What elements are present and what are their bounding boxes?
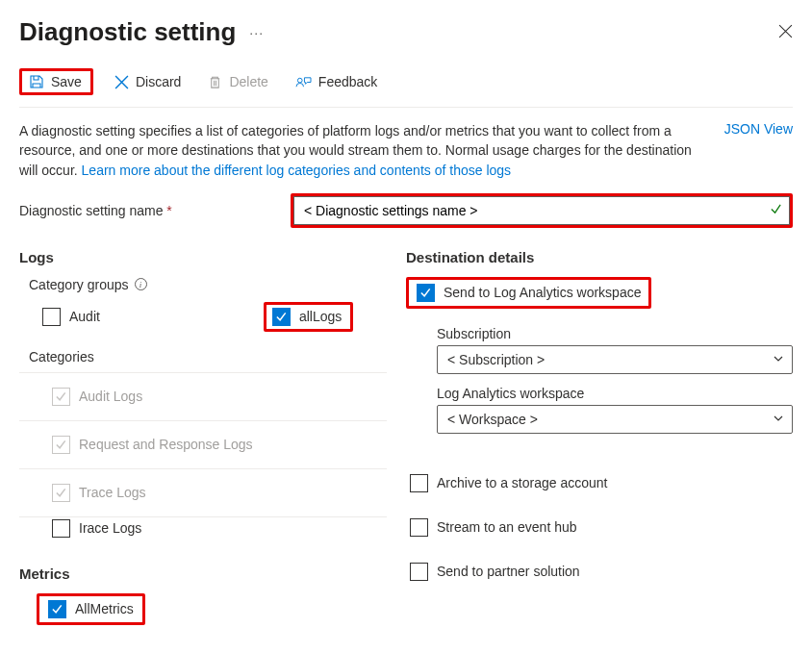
- category-groups-label: Category groups i: [29, 277, 387, 292]
- chevron-down-icon: [773, 352, 784, 367]
- all-logs-label: allLogs: [299, 309, 342, 324]
- subscription-select[interactable]: < Subscription >: [437, 345, 793, 374]
- categories-label: Categories: [29, 349, 387, 364]
- discard-icon: [114, 75, 129, 89]
- chevron-down-icon: [773, 412, 784, 427]
- close-icon[interactable]: [778, 24, 793, 41]
- partner-solution-label: Send to partner solution: [437, 564, 580, 579]
- more-icon[interactable]: ···: [249, 25, 264, 40]
- discard-label: Discard: [136, 74, 181, 89]
- workspace-label: Log Analytics workspace: [437, 386, 793, 401]
- delete-icon: [208, 75, 222, 89]
- subscription-label: Subscription: [437, 326, 793, 341]
- stream-eventhub-label: Stream to an event hub: [437, 519, 577, 535]
- setting-name-input[interactable]: [293, 196, 790, 225]
- audit-logs-label: Audit Logs: [79, 389, 142, 404]
- save-icon: [29, 74, 44, 89]
- save-label: Save: [51, 74, 82, 89]
- audit-logs-checkbox: Audit Logs: [52, 388, 142, 406]
- info-icon[interactable]: i: [135, 278, 147, 290]
- audit-label: Audit: [69, 309, 100, 324]
- workspace-value: < Workspace >: [447, 412, 538, 427]
- stream-eventhub-checkbox[interactable]: Stream to an event hub: [410, 518, 577, 537]
- feedback-button[interactable]: Feedback: [290, 70, 383, 93]
- send-law-label: Send to Log Analytics workspace: [444, 285, 641, 300]
- trace-logs-checkbox: Trace Logs: [52, 484, 146, 502]
- feedback-icon: [295, 75, 312, 89]
- delete-button: Delete: [202, 70, 273, 93]
- all-logs-checkbox[interactable]: allLogs: [272, 308, 342, 326]
- learn-more-link[interactable]: Learn more about the different log categ…: [82, 163, 511, 178]
- trace-logs-2-label: Irace Logs: [79, 520, 141, 536]
- logs-heading: Logs: [19, 249, 387, 265]
- trace-logs-label: Trace Logs: [79, 485, 146, 500]
- partner-solution-checkbox[interactable]: Send to partner solution: [410, 563, 580, 581]
- page-title: Diagnostic setting: [19, 17, 236, 47]
- archive-storage-label: Archive to a storage account: [437, 475, 607, 490]
- description-text: A diagnostic setting specifies a list of…: [19, 121, 693, 180]
- subscription-value: < Subscription >: [447, 352, 545, 367]
- request-response-checkbox: Request and Response Logs: [52, 436, 253, 454]
- send-law-checkbox[interactable]: Send to Log Analytics workspace: [417, 284, 641, 302]
- valid-check-icon: [770, 203, 782, 218]
- metrics-heading: Metrics: [19, 565, 387, 582]
- all-metrics-checkbox[interactable]: AllMetrics: [48, 600, 134, 618]
- audit-checkbox[interactable]: Audit: [42, 308, 100, 326]
- json-view-link[interactable]: JSON View: [724, 121, 793, 137]
- setting-name-wrap: [291, 193, 793, 228]
- delete-label: Delete: [229, 74, 267, 89]
- save-button[interactable]: Save: [19, 68, 93, 95]
- svg-point-0: [297, 78, 302, 83]
- archive-storage-checkbox[interactable]: Archive to a storage account: [410, 474, 607, 492]
- discard-button[interactable]: Discard: [109, 70, 187, 93]
- workspace-select[interactable]: < Workspace >: [437, 405, 793, 434]
- request-response-label: Request and Response Logs: [79, 437, 253, 452]
- trace-logs-2-checkbox[interactable]: Irace Logs: [52, 519, 141, 538]
- all-metrics-label: AllMetrics: [75, 601, 134, 616]
- destination-heading: Destination details: [406, 249, 793, 265]
- feedback-label: Feedback: [318, 74, 377, 89]
- setting-name-label: Diagnostic setting name *: [19, 203, 291, 218]
